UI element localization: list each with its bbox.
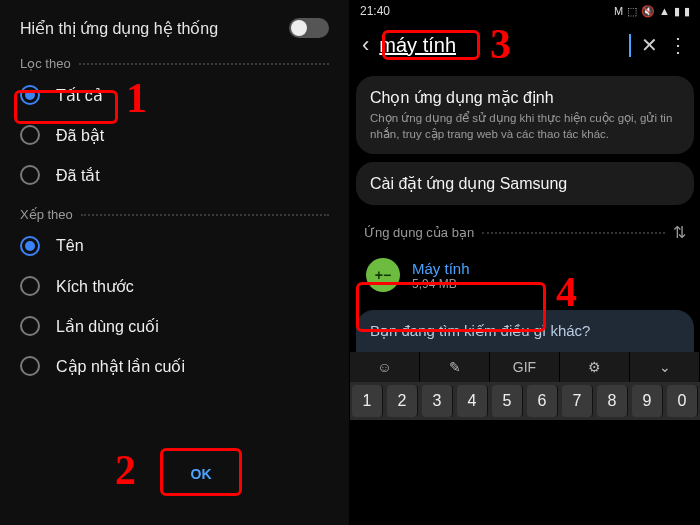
sort-section-label: Xếp theo bbox=[0, 195, 349, 226]
notif-icon: ⬚ bbox=[627, 5, 637, 18]
ok-button[interactable]: OK bbox=[170, 458, 232, 490]
filter-option-enabled[interactable]: Đã bật bbox=[0, 115, 349, 155]
sort-option-last-used[interactable]: Lần dùng cuối bbox=[0, 306, 349, 346]
key-0[interactable]: 0 bbox=[667, 385, 698, 417]
settings-search-pane: 21:40 M ⬚ 🔇 ▲ ▮ ▮ ‹ máy tính ✕ ⋮ Chọn ứn… bbox=[350, 0, 700, 525]
wifi-icon: ▲ bbox=[659, 5, 670, 18]
key-9[interactable]: 9 bbox=[632, 385, 663, 417]
sort-option-last-updated[interactable]: Cập nhật lần cuối bbox=[0, 346, 349, 386]
mail-icon: M bbox=[614, 5, 623, 18]
sort-icon[interactable]: ⇅ bbox=[673, 223, 686, 242]
sort-option-size[interactable]: Kích thước bbox=[0, 266, 349, 306]
emoji-key[interactable]: ☺ bbox=[350, 352, 420, 382]
key-2[interactable]: 2 bbox=[387, 385, 418, 417]
system-apps-row: Hiển thị ứng dụng hệ thống bbox=[0, 0, 349, 44]
radio-label: Tên bbox=[56, 237, 84, 255]
radio-icon bbox=[20, 316, 40, 336]
samsung-app-settings-card[interactable]: Cài đặt ứng dụng Samsung bbox=[356, 162, 694, 205]
filter-option-all[interactable]: Tất cả bbox=[0, 75, 349, 115]
status-time: 21:40 bbox=[360, 4, 390, 18]
expand-key[interactable]: ⌄ bbox=[630, 352, 700, 382]
radio-label: Cập nhật lần cuối bbox=[56, 357, 185, 376]
key-8[interactable]: 8 bbox=[597, 385, 628, 417]
back-icon[interactable]: ‹ bbox=[362, 32, 369, 58]
sort-option-name[interactable]: Tên bbox=[0, 226, 349, 266]
app-size: 5,94 MB bbox=[412, 277, 470, 291]
status-icons: M ⬚ 🔇 ▲ ▮ ▮ bbox=[614, 5, 690, 18]
radio-icon bbox=[20, 85, 40, 105]
status-bar: 21:40 M ⬚ 🔇 ▲ ▮ ▮ bbox=[350, 0, 700, 22]
battery-icon: ▮ bbox=[684, 5, 690, 18]
card-title: Cài đặt ứng dụng Samsung bbox=[370, 174, 680, 193]
system-apps-label: Hiển thị ứng dụng hệ thống bbox=[20, 19, 218, 38]
radio-icon bbox=[20, 356, 40, 376]
calculator-icon: +− bbox=[366, 258, 400, 292]
radio-label: Lần dùng cuối bbox=[56, 317, 159, 336]
app-name: Máy tính bbox=[412, 260, 470, 277]
suggestion-card[interactable]: Bạn đang tìm kiếm điều gì khác? bbox=[356, 310, 694, 352]
key-6[interactable]: 6 bbox=[527, 385, 558, 417]
gif-key[interactable]: GIF bbox=[490, 352, 560, 382]
keyboard-number-row: 1 2 3 4 5 6 7 8 9 0 bbox=[350, 382, 700, 420]
callout-2: 2 bbox=[115, 446, 136, 494]
radio-icon bbox=[20, 165, 40, 185]
radio-icon bbox=[20, 236, 40, 256]
search-input[interactable]: máy tính bbox=[379, 34, 631, 57]
keyboard-toolbar: ☺ ✎ GIF ⚙ ⌄ bbox=[350, 352, 700, 382]
sticker-key[interactable]: ✎ bbox=[420, 352, 490, 382]
app-row-calculator[interactable]: +− Máy tính 5,94 MB bbox=[356, 250, 694, 300]
radio-label: Tất cả bbox=[56, 86, 103, 105]
search-bar: ‹ máy tính ✕ ⋮ bbox=[350, 22, 700, 68]
settings-key[interactable]: ⚙ bbox=[560, 352, 630, 382]
your-apps-header: Ứng dụng của bạn ⇅ bbox=[350, 213, 700, 246]
filter-dialog-pane: Hiển thị ứng dụng hệ thống Lọc theo Tất … bbox=[0, 0, 350, 525]
overflow-icon[interactable]: ⋮ bbox=[668, 33, 688, 57]
system-apps-toggle[interactable] bbox=[289, 18, 329, 38]
callout-1: 1 bbox=[126, 74, 147, 122]
key-4[interactable]: 4 bbox=[457, 385, 488, 417]
card-subtitle: Chọn ứng dụng để sử dụng khi thực hiện c… bbox=[370, 111, 680, 142]
key-3[interactable]: 3 bbox=[422, 385, 453, 417]
radio-label: Đã tắt bbox=[56, 166, 100, 185]
radio-icon bbox=[20, 125, 40, 145]
card-title: Chọn ứng dụng mặc định bbox=[370, 88, 680, 107]
default-apps-card[interactable]: Chọn ứng dụng mặc định Chọn ứng dụng để … bbox=[356, 76, 694, 154]
signal-icon: ▮ bbox=[674, 5, 680, 18]
filter-section-label: Lọc theo bbox=[0, 44, 349, 75]
radio-label: Kích thước bbox=[56, 277, 134, 296]
radio-icon bbox=[20, 276, 40, 296]
radio-label: Đã bật bbox=[56, 126, 104, 145]
filter-option-disabled[interactable]: Đã tắt bbox=[0, 155, 349, 195]
clear-icon[interactable]: ✕ bbox=[641, 33, 658, 57]
key-7[interactable]: 7 bbox=[562, 385, 593, 417]
key-1[interactable]: 1 bbox=[352, 385, 383, 417]
key-5[interactable]: 5 bbox=[492, 385, 523, 417]
silent-icon: 🔇 bbox=[641, 5, 655, 18]
